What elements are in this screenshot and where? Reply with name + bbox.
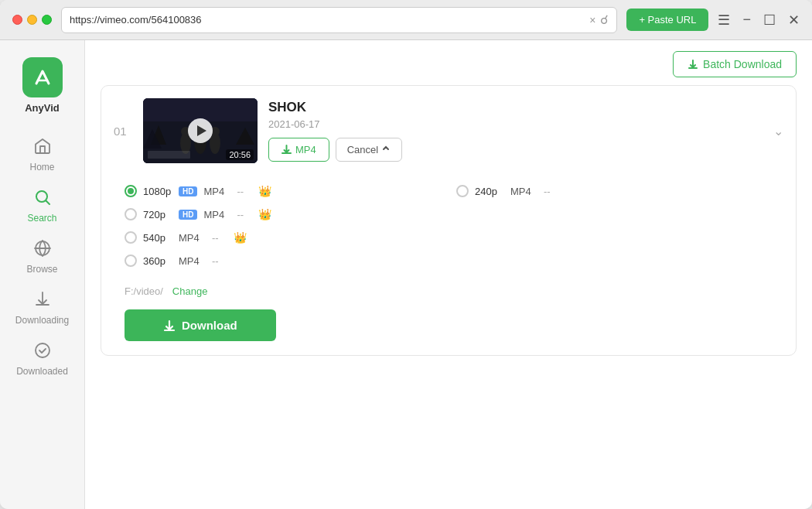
logo-icon [22,57,63,97]
premium-icon-540p: 👑 [234,231,247,244]
window-fullscreen-icon[interactable]: ☐ [763,12,776,29]
video-title: SHOK [268,100,763,115]
download-icon [163,319,176,332]
video-date: 2021-06-17 [268,118,763,130]
cancel-chevron-icon [381,145,391,155]
cancel-label: Cancel [347,144,378,155]
search-icon [33,188,52,210]
quality-row-1080p[interactable]: 1080p HD MP4 -- 👑 [125,182,441,200]
content-header: Batch Download [85,40,812,85]
sidebar-item-browse[interactable]: Browse [0,231,84,282]
batch-download-label: Batch Download [703,58,782,70]
video-duration: 20:56 [226,149,254,160]
format-720p: MP4 [203,209,230,220]
quality-grid: 1080p HD MP4 -- 👑 240p MP4 -- [101,173,796,282]
size-720p: -- [237,209,252,220]
change-path-link[interactable]: Change [172,285,208,297]
quality-row-720p[interactable]: 720p HD MP4 -- 👑 [125,205,441,224]
hd-badge-720p: HD [179,210,197,220]
maximize-button[interactable] [42,15,52,25]
file-path: F:/video/ [125,285,163,297]
downloaded-icon [33,341,52,363]
sidebar-item-home[interactable]: Home [0,129,84,180]
window-controls: ☰ − ☐ ✕ [718,12,800,29]
video-actions: MP4 Cancel [268,138,763,162]
paste-url-button[interactable]: + Paste URL [626,9,708,31]
radio-540p[interactable] [125,231,137,244]
url-input[interactable] [70,14,585,26]
downloading-icon [33,290,52,312]
logo-area: AnyVid [22,48,63,129]
file-path-row: F:/video/ Change [101,282,796,306]
svg-rect-15 [148,151,190,159]
format-1080p: MP4 [203,186,230,197]
size-360p: -- [212,255,227,267]
sidebar-item-downloaded[interactable]: Downloaded [0,333,84,384]
logo-label: AnyVid [25,102,60,114]
menu-icon[interactable]: ☰ [718,12,730,29]
logo-svg [30,65,55,90]
url-clear-icon[interactable]: × [589,14,595,26]
paste-url-label: + Paste URL [639,14,696,26]
quality-label-1080p: 1080p [143,186,172,197]
mp4-label: MP4 [295,144,316,155]
traffic-lights [12,15,52,25]
format-360p: MP4 [179,255,206,267]
mp4-download-icon [281,145,292,155]
quality-row-540p[interactable]: 540p MP4 -- 👑 [125,228,441,247]
format-240p: MP4 [510,186,537,197]
premium-icon-1080p: 👑 [258,185,271,197]
window-minimize-icon[interactable]: − [742,12,751,28]
content-area: Batch Download 01 [85,40,812,509]
sidebar: AnyVid Home Search [0,40,85,509]
svg-line-1 [46,201,49,205]
quality-label-720p: 720p [143,209,172,220]
hd-badge-1080p: HD [179,186,197,196]
size-540p: -- [212,232,227,244]
video-meta: SHOK 2021-06-17 MP4 Cancel [268,100,763,162]
window-close-icon[interactable]: ✕ [788,12,800,29]
sidebar-downloaded-label: Downloaded [16,366,68,377]
sidebar-browse-label: Browse [26,264,57,275]
download-row: Download [101,306,796,355]
url-search-icon[interactable]: ☌ [600,12,609,27]
sidebar-search-label: Search [27,213,56,224]
radio-360p[interactable] [125,254,137,267]
radio-1080p[interactable] [125,185,137,197]
browse-icon [33,239,52,261]
home-icon [33,137,52,159]
minimize-button[interactable] [27,15,37,25]
sidebar-home-label: Home [29,162,54,173]
radio-240p[interactable] [456,185,469,197]
download-label: Download [182,319,237,332]
premium-icon-720p: 👑 [258,208,271,220]
video-header: 01 [101,86,796,173]
main-layout: AnyVid Home Search [0,40,812,509]
play-button[interactable] [188,118,213,143]
close-button[interactable] [12,15,22,25]
quality-label-360p: 360p [143,255,172,267]
sidebar-item-search[interactable]: Search [0,180,84,231]
titlebar: × ☌ + Paste URL ☰ − ☐ ✕ [0,0,812,40]
video-thumbnail[interactable]: 20:56 [143,98,258,163]
quality-row-240p[interactable]: 240p MP4 -- [456,182,773,200]
quality-label-540p: 540p [143,232,172,244]
batch-download-button[interactable]: Batch Download [673,51,797,77]
quality-row-360p[interactable]: 360p MP4 -- [125,251,441,270]
download-button[interactable]: Download [125,309,276,341]
sidebar-item-downloading[interactable]: Downloading [0,282,84,333]
size-240p: -- [544,186,559,197]
expand-icon[interactable]: ⌄ [773,124,783,138]
sidebar-downloading-label: Downloading [15,315,69,326]
cancel-button[interactable]: Cancel [336,138,402,162]
mp4-button[interactable]: MP4 [268,138,329,162]
video-card: 01 [101,85,797,356]
format-540p: MP4 [179,232,206,244]
batch-download-icon [687,59,698,70]
radio-720p[interactable] [125,208,137,220]
size-1080p: -- [237,186,252,197]
url-bar[interactable]: × ☌ [61,7,617,33]
video-number: 01 [114,125,132,138]
quality-label-240p: 240p [475,186,504,197]
svg-point-3 [36,343,49,357]
